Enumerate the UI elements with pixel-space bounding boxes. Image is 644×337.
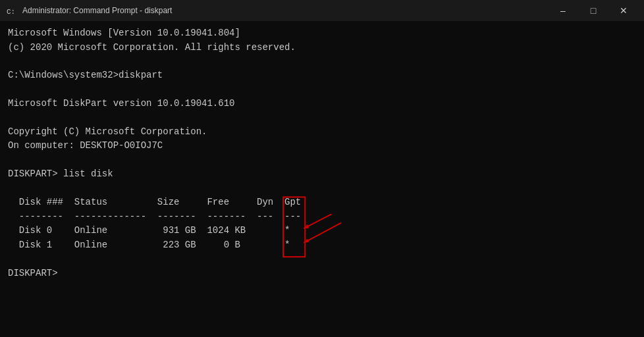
window-controls: – □ ✕ — [548, 0, 639, 21]
console-line-8: On computer: DESKTOP-O0IOJ7C — [8, 139, 636, 153]
console-line-7: Copyright (C) Microsoft Corporation. — [8, 125, 636, 140]
console-line-5: Microsoft DiskPart version 10.0.19041.61… — [8, 97, 636, 111]
console-line-6 — [8, 111, 636, 125]
console-line-16 — [8, 253, 636, 267]
console-line-0: Microsoft Windows [Version 10.0.19041.80… — [8, 26, 636, 41]
window-title: Administrator: Command Prompt - diskpart — [22, 6, 172, 15]
close-button[interactable]: ✕ — [608, 0, 639, 21]
console-line-13: -------- ------------- ------- ------- -… — [8, 210, 636, 224]
maximize-button[interactable]: □ — [578, 0, 608, 21]
console-line-12: Disk ### Status Size Free Dyn Gpt — [8, 195, 636, 210]
console-line-2 — [8, 55, 636, 68]
title-bar-left: C: Administrator: Command Prompt - diskp… — [5, 5, 172, 16]
console-line-11 — [8, 182, 636, 195]
console-line-9 — [8, 153, 636, 167]
svg-text:C:: C: — [7, 8, 15, 16]
console-output[interactable]: Microsoft Windows [Version 10.0.19041.80… — [0, 21, 644, 337]
cmd-icon: C: — [5, 5, 17, 16]
console-line-3: C:\Windows\system32>diskpart — [8, 68, 636, 83]
console-line-15: Disk 1 Online 223 GB 0 B * — [8, 238, 636, 253]
console-line-4 — [8, 83, 636, 97]
console-line-1: (c) 2020 Microsoft Corporation. All righ… — [8, 41, 636, 55]
cmd-window: C: Administrator: Command Prompt - diskp… — [0, 0, 644, 337]
title-bar: C: Administrator: Command Prompt - diskp… — [0, 0, 644, 21]
console-line-17: DISKPART> — [8, 267, 636, 281]
console-lines: Microsoft Windows [Version 10.0.19041.80… — [8, 26, 636, 280]
console-line-10: DISKPART> list disk — [8, 167, 636, 182]
minimize-button[interactable]: – — [548, 0, 578, 21]
console-line-14: Disk 0 Online 931 GB 1024 KB * — [8, 224, 636, 238]
